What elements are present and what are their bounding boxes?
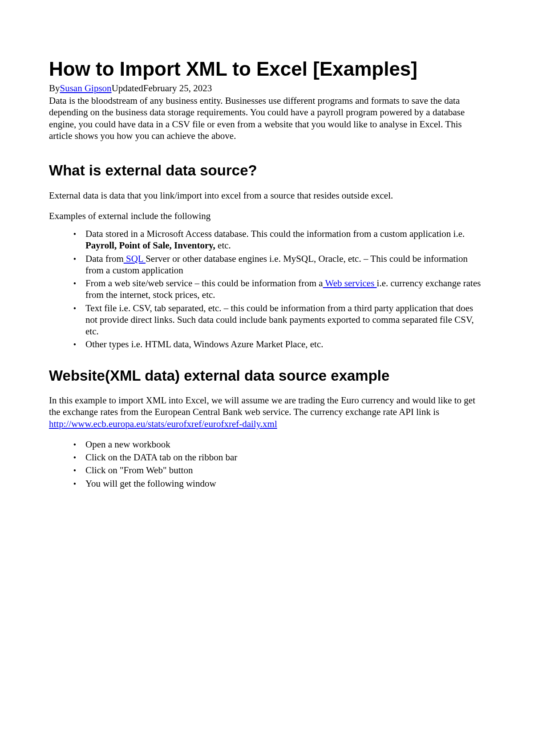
list-text: Data from <box>85 253 124 264</box>
list-text: Data stored in a Microsoft Access databa… <box>85 228 465 239</box>
list-item: Other types i.e. HTML data, Windows Azur… <box>80 338 485 350</box>
section1-list: Data stored in a Microsoft Access databa… <box>49 228 485 350</box>
updated-label: Updated <box>112 83 143 93</box>
list-text: From a web site/web service – this could… <box>85 278 323 289</box>
updated-date: February 25, 2023 <box>143 83 212 93</box>
byline: BySusan GipsonUpdatedFebruary 25, 2023 <box>49 83 485 94</box>
list-item: You will get the following window <box>80 478 485 489</box>
page-title: How to Import XML to Excel [Examples] <box>49 58 485 80</box>
web-services-link[interactable]: Web services <box>323 278 377 289</box>
intro-paragraph: Data is the bloodstream of any business … <box>49 95 485 142</box>
list-text: etc. <box>215 240 231 251</box>
sql-link[interactable]: SQL <box>124 253 146 264</box>
author-link[interactable]: Susan Gipson <box>60 83 112 93</box>
section1-heading: What is external data source? <box>49 159 485 182</box>
section2-heading: Website(XML data) external data source e… <box>49 365 485 387</box>
section2-list: Open a new workbook Click on the DATA ta… <box>49 439 485 489</box>
ecb-link[interactable]: http://www.ecb.europa.eu/stats/eurofxref… <box>49 419 277 429</box>
section2-p1: In this example to import XML into Excel… <box>49 394 485 430</box>
list-item: Text file i.e. CSV, tab separated, etc. … <box>80 302 485 337</box>
list-item: Data from SQL Server or other database e… <box>80 253 485 276</box>
section1-p1: External data is data that you link/impo… <box>49 190 485 201</box>
list-item: Click on "From Web" button <box>80 464 485 476</box>
list-item: Click on the DATA tab on the ribbon bar <box>80 451 485 463</box>
by-label: By <box>49 83 60 93</box>
list-item: Data stored in a Microsoft Access databa… <box>80 228 485 252</box>
section2-p1-text: In this example to import XML into Excel… <box>49 395 475 417</box>
list-bold: Payroll, Point of Sale, Inventory, <box>85 240 215 251</box>
section1-p2: Examples of external include the followi… <box>49 210 485 222</box>
list-item: Open a new workbook <box>80 439 485 450</box>
list-item: From a web site/web service – this could… <box>80 277 485 301</box>
